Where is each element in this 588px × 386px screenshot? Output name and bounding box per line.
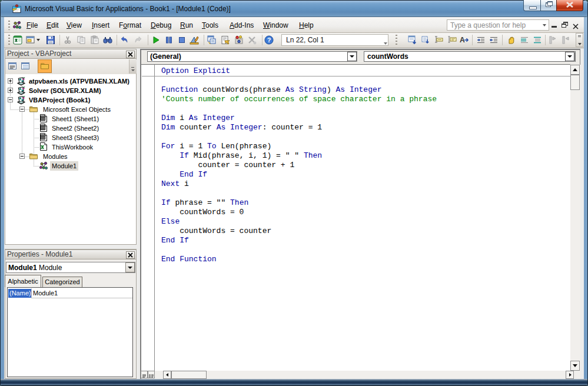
svg-text:?: ? [267, 36, 271, 44]
svg-text:A: A [460, 36, 465, 44]
